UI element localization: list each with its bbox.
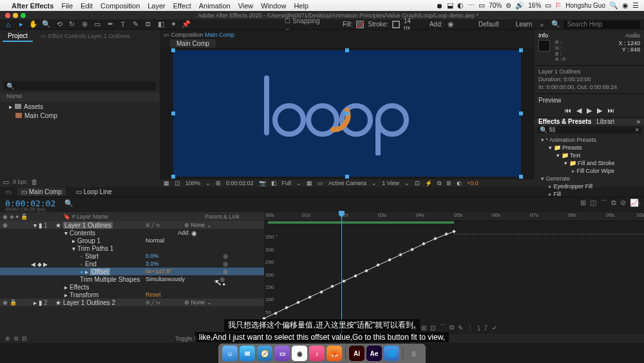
handle-br[interactable]: [519, 175, 523, 179]
menu-file[interactable]: File: [61, 2, 73, 10]
row-contents[interactable]: ▾ Contents Add: ◉: [0, 229, 264, 237]
project-item-main-comp[interactable]: Main Comp: [0, 111, 160, 120]
handle-tr[interactable]: [519, 48, 523, 52]
cc-icon[interactable]: ◐: [457, 1, 464, 10]
info-tab[interactable]: Info: [538, 32, 548, 39]
ep-generate[interactable]: ▾ Generate: [537, 175, 641, 182]
zoom-value[interactable]: 100%: [185, 180, 200, 186]
stroke-swatch[interactable]: [392, 21, 400, 28]
rotate-tool-icon[interactable]: ↻: [68, 20, 77, 29]
transparency-icon[interactable]: ▦: [307, 180, 312, 186]
dock-firefox[interactable]: 🦊: [327, 346, 342, 361]
row-trim-multiple[interactable]: Trim Multiple Shapes Simultaneously ⌄ ⊕: [0, 275, 264, 283]
tab-libraries[interactable]: Librari: [596, 118, 614, 125]
bpc-icon[interactable]: 8 bpc: [13, 179, 27, 185]
menu-effect[interactable]: Effect: [173, 2, 191, 10]
ep-fill-color-wipe[interactable]: Fill Color Wipe: [537, 167, 641, 175]
graph-editor[interactable]: 00s 01s 02s 03s 04s 05s 06s 07s 08s 09s …: [264, 212, 644, 334]
row-trim-paths[interactable]: ▾ Trim Paths 1: [0, 244, 264, 252]
tab-effect-controls[interactable]: ▭ Effect Controls Layer 1 Outlines: [35, 32, 135, 41]
link-icon[interactable]: ⊕: [223, 268, 228, 275]
play-icon[interactable]: ▶: [587, 106, 592, 115]
clone-tool-icon[interactable]: ⧉: [144, 20, 153, 29]
row-group1[interactable]: ▸ Group 1 Normal: [0, 237, 264, 244]
fill-swatch[interactable]: [356, 21, 364, 28]
row-effects[interactable]: ▸ Effects: [0, 283, 264, 291]
roto-tool-icon[interactable]: ✦: [169, 20, 178, 29]
keyframe-nav[interactable]: ◀ ◆ ▶: [31, 261, 48, 268]
preview-res-icon[interactable]: ⊞: [216, 180, 221, 186]
exposure-value[interactable]: +0.0: [467, 180, 478, 186]
handle-bl[interactable]: [171, 175, 175, 179]
snapshot-icon[interactable]: 📷: [259, 180, 266, 186]
brush-tool-icon[interactable]: ✎: [131, 20, 140, 29]
first-frame-icon[interactable]: ⏮: [564, 106, 571, 115]
handle-rc[interactable]: [519, 112, 523, 115]
time-ruler[interactable]: 00s 01s 02s 03s 04s 05s 06s 07s 08s 09s …: [264, 212, 644, 221]
camera-select[interactable]: Active Camera: [328, 180, 366, 186]
fast-preview-icon[interactable]: ⚡: [425, 180, 432, 186]
ep-text[interactable]: ▾ 📁 Text: [537, 152, 641, 159]
flag-icon[interactable]: ⚐: [555, 1, 562, 10]
handle-bc[interactable]: [345, 175, 349, 179]
selection-tool-icon[interactable]: ▸: [17, 20, 26, 29]
menu-help[interactable]: Help: [294, 2, 308, 10]
anchor-point-icon[interactable]: [345, 112, 349, 115]
shape-tool-icon[interactable]: ▭: [93, 20, 102, 29]
menu-view[interactable]: View: [238, 2, 254, 10]
next-frame-icon[interactable]: ▶: [597, 106, 602, 115]
anchor-tool-icon[interactable]: ⊕: [80, 20, 90, 29]
hand-tool-icon[interactable]: ✋: [29, 20, 38, 29]
work-area-bar[interactable]: [268, 221, 454, 224]
ep-presets[interactable]: ▾ 📁 Presets: [537, 144, 641, 152]
project-column-name[interactable]: Name: [0, 93, 160, 102]
workspace-learn[interactable]: Learn: [516, 21, 533, 28]
home-icon[interactable]: ⌂: [4, 20, 13, 29]
display-icon[interactable]: ▭: [478, 1, 485, 10]
graph-ease-in-icon[interactable]: ⤵: [477, 324, 480, 331]
canvas[interactable]: [173, 50, 521, 177]
wifi-icon[interactable]: ⊚: [506, 1, 511, 10]
zoom-tool-icon[interactable]: 🔍: [42, 20, 51, 29]
spotlight-icon[interactable]: 🔍: [609, 1, 618, 10]
zoom-icon[interactable]: [21, 13, 26, 18]
timeline-tab-main[interactable]: ▭ Main Comp: [17, 188, 66, 196]
user-name[interactable]: Hongshu Guo: [565, 2, 605, 9]
last-frame-icon[interactable]: ⏭: [607, 106, 614, 115]
channels-icon[interactable]: ◧: [271, 180, 277, 186]
audio-tab[interactable]: Audio: [625, 32, 640, 39]
link-icon[interactable]: ⊕: [223, 260, 228, 268]
siri-icon[interactable]: ◉: [622, 1, 629, 10]
tl-footer-icon1[interactable]: ⊕: [5, 335, 10, 342]
handle-lc[interactable]: [171, 112, 175, 115]
text-tool-icon[interactable]: T: [118, 20, 128, 29]
dock-finder[interactable]: ☺: [222, 346, 238, 361]
menu-edit[interactable]: Edit: [80, 2, 93, 10]
dock-safari[interactable]: 🧭: [257, 346, 272, 361]
timeline-tab-loop[interactable]: ▭ Loop Line: [72, 188, 116, 196]
overflow-icon[interactable]: »: [540, 21, 544, 28]
dock-mail[interactable]: ✉: [240, 346, 255, 361]
value-graph[interactable]: 350 ° 300 250 200 150 100 50: [264, 231, 644, 321]
dock-illustrator[interactable]: Ai: [349, 346, 365, 361]
handle-tl[interactable]: [171, 48, 175, 52]
search-help-input[interactable]: Search Help: [564, 21, 640, 28]
record-icon[interactable]: ⏺: [436, 2, 443, 10]
volume-icon[interactable]: 🔊: [515, 1, 524, 10]
preview-title[interactable]: Preview: [538, 97, 640, 104]
composition-viewer[interactable]: [160, 48, 535, 179]
dock-books[interactable]: ▭: [274, 346, 290, 361]
tl-footer-icon2[interactable]: ⧉: [14, 335, 18, 342]
dropbox-icon[interactable]: ⬓: [447, 1, 453, 10]
app-name[interactable]: After Effects: [12, 2, 53, 10]
flowchart-icon[interactable]: ⊞: [446, 180, 451, 186]
workspace-default[interactable]: Default: [478, 21, 499, 28]
timeline-icon[interactable]: ⧉: [437, 180, 441, 187]
menu-dots-icon[interactable]: ⋯: [468, 1, 475, 10]
dock-globe[interactable]: 🌐: [384, 346, 399, 361]
dock-trash[interactable]: 🗑: [406, 346, 422, 361]
search-icon[interactable]: 🔍: [551, 20, 560, 29]
exposure-reset-icon[interactable]: ◐: [457, 180, 462, 186]
graph-ease-icon[interactable]: ⤴: [484, 324, 488, 331]
graph-sep-icon[interactable]: ⋮: [467, 324, 473, 331]
